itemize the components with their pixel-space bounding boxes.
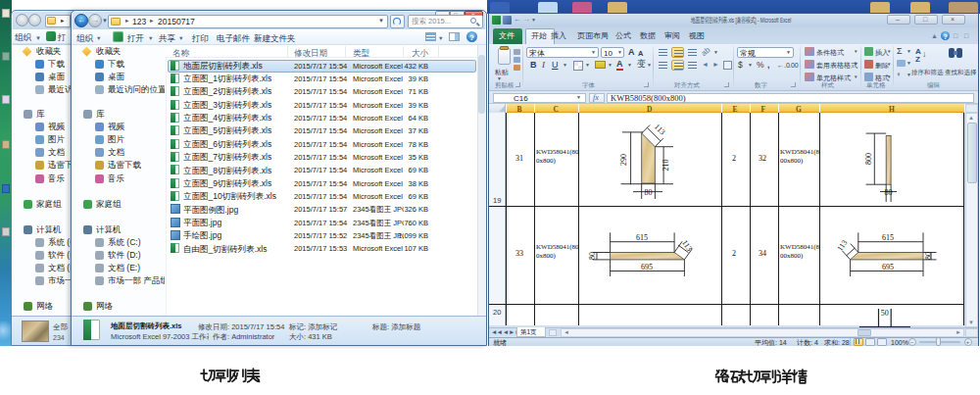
svg-text:50: 50 <box>881 309 889 318</box>
svg-text:113: 113 <box>680 238 694 253</box>
svg-text:695: 695 <box>641 263 653 272</box>
svg-text:80: 80 <box>645 188 653 197</box>
svg-text:113: 113 <box>653 123 667 137</box>
svg-text:80: 80 <box>588 252 597 260</box>
svg-text:210: 210 <box>662 160 670 172</box>
svg-text:800: 800 <box>864 153 873 165</box>
svg-text:80: 80 <box>924 252 933 260</box>
svg-text:80: 80 <box>885 188 893 197</box>
svg-text:615: 615 <box>636 233 648 242</box>
svg-text:695: 695 <box>882 263 894 272</box>
svg-text:113: 113 <box>835 238 849 253</box>
svg-text:290: 290 <box>619 154 628 166</box>
svg-text:615: 615 <box>882 233 894 242</box>
